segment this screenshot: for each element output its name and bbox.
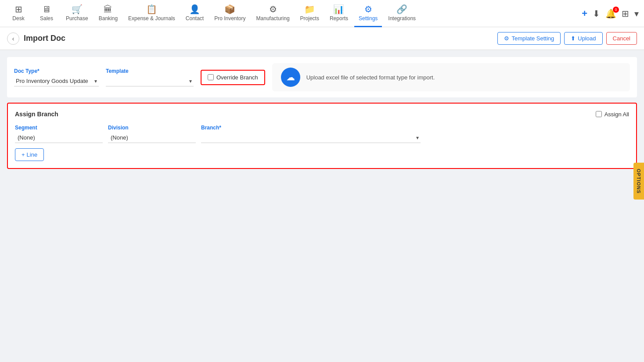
branch-select-wrapper: ▾: [201, 133, 421, 143]
segment-value[interactable]: (None): [15, 133, 103, 143]
branch-label: Branch*: [201, 125, 421, 131]
nav-label-contact: Contact: [186, 15, 204, 22]
nav-label-desk: Desk: [12, 15, 24, 22]
nav-label-reports: Reports: [330, 15, 348, 22]
nav-label-banking: Banking: [99, 15, 118, 22]
template-select-wrapper: ▾: [106, 76, 194, 86]
nav-item-desk[interactable]: ⊞ Desk: [5, 0, 32, 27]
branch-field: Branch* ▾: [201, 125, 421, 143]
template-group: Template ▾: [106, 68, 194, 86]
nav-item-contact[interactable]: 👤 Contact: [181, 0, 208, 27]
dropdown-arrow-icon[interactable]: ▾: [634, 8, 639, 19]
add-line-label: Line: [27, 151, 38, 158]
division-field: Division (None): [108, 125, 196, 143]
integrations-icon: 🔗: [396, 4, 407, 14]
add-icon[interactable]: +: [582, 8, 587, 19]
template-select[interactable]: [106, 76, 194, 86]
contact-icon: 👤: [189, 4, 200, 14]
desk-icon: ⊞: [15, 4, 22, 14]
nav-label-manufacturing: Manufacturing: [256, 15, 290, 22]
nav-item-integrations[interactable]: 🔗 Integrations: [384, 0, 420, 27]
nav-item-settings[interactable]: ⚙ Settings: [354, 0, 382, 27]
nav-item-purchase[interactable]: 🛒 Purchase: [61, 0, 93, 27]
purchase-icon: 🛒: [72, 4, 83, 14]
override-branch-checkbox[interactable]: [208, 74, 214, 80]
upload-circle-icon[interactable]: ☁: [281, 68, 300, 87]
upload-icon: ⬆: [571, 35, 576, 42]
nav-label-sales: Sales: [40, 15, 53, 22]
nav-item-expense-journals[interactable]: 📋 Expense & Journals: [124, 0, 180, 27]
assign-section-header: Assign Branch Assign All: [15, 111, 629, 118]
branch-select[interactable]: [201, 133, 421, 143]
assign-all-checkbox[interactable]: [596, 111, 602, 117]
back-button[interactable]: ‹: [7, 32, 19, 45]
doc-type-label: Doc Type*: [14, 68, 99, 74]
nav-label-pro-inventory: Pro Inventory: [214, 15, 245, 22]
pro-inventory-icon: 📦: [224, 4, 235, 14]
segment-label: Segment: [15, 125, 103, 131]
nav-item-sales[interactable]: 🖥 Sales: [33, 0, 60, 27]
doc-type-group: Doc Type* Pro Inventory Goods Update ▾: [14, 68, 99, 86]
override-branch-box[interactable]: Override Branch: [201, 70, 265, 85]
division-label: Division: [108, 125, 196, 131]
options-tab[interactable]: OPTIONS: [633, 162, 644, 176]
page-header-right: ⚙ Template Setting ⬆ Upload Cancel: [497, 32, 637, 45]
grid-icon[interactable]: ⊞: [622, 8, 629, 19]
assign-branch-title: Assign Branch: [15, 111, 58, 118]
upload-button[interactable]: ⬆ Upload: [564, 32, 602, 45]
projects-icon: 📁: [304, 4, 315, 14]
nav-item-manufacturing[interactable]: ⚙ Manufacturing: [252, 0, 294, 27]
doc-type-select-wrapper: Pro Inventory Goods Update ▾: [14, 76, 99, 86]
nav-label-projects: Projects: [300, 15, 319, 22]
notification-badge: 0: [613, 7, 619, 13]
template-setting-button[interactable]: ⚙ Template Setting: [497, 32, 561, 45]
add-line-button[interactable]: + Line: [15, 148, 44, 161]
banking-icon: 🏛: [104, 4, 112, 14]
assign-all-wrapper[interactable]: Assign All: [596, 111, 629, 118]
doc-type-select[interactable]: Pro Inventory Goods Update: [14, 76, 99, 86]
fields-row: Segment (None) Division (None) Branch* ▾: [15, 125, 629, 143]
nav-items: ⊞ Desk 🖥 Sales 🛒 Purchase 🏛 Banking 📋 Ex…: [5, 0, 582, 27]
nav-label-expense-journals: Expense & Journals: [128, 15, 175, 22]
expense-journals-icon: 📋: [146, 4, 157, 14]
nav-label-settings: Settings: [359, 15, 378, 22]
upload-area: ☁ Upload excel file of selected format t…: [272, 63, 630, 91]
nav-label-purchase: Purchase: [66, 15, 88, 22]
nav-right-actions: + ⬇ 🔔 0 ⊞ ▾: [582, 8, 639, 19]
main-content: Doc Type* Pro Inventory Goods Update ▾ T…: [0, 50, 644, 176]
nav-label-integrations: Integrations: [388, 15, 416, 22]
division-value[interactable]: (None): [108, 133, 196, 143]
nav-item-banking[interactable]: 🏛 Banking: [94, 0, 122, 27]
upload-prompt-text: Upload excel file of selected format typ…: [306, 74, 435, 81]
nav-item-pro-inventory[interactable]: 📦 Pro Inventory: [210, 0, 250, 27]
gear-icon: ⚙: [504, 35, 509, 42]
nav-item-reports[interactable]: 📊 Reports: [325, 0, 353, 27]
settings-icon: ⚙: [364, 4, 372, 14]
plus-icon: +: [22, 151, 25, 158]
sales-icon: 🖥: [42, 4, 51, 14]
reports-icon: 📊: [333, 4, 344, 14]
top-navigation: ⊞ Desk 🖥 Sales 🛒 Purchase 🏛 Banking 📋 Ex…: [0, 0, 644, 27]
cancel-button[interactable]: Cancel: [606, 32, 637, 45]
assign-branch-section: Assign Branch Assign All Segment (None) …: [7, 103, 637, 169]
page-title: Import Doc: [24, 34, 65, 43]
template-label: Template: [106, 68, 194, 74]
assign-all-label[interactable]: Assign All: [604, 111, 629, 118]
notification-icon[interactable]: 🔔 0: [605, 8, 616, 19]
manufacturing-icon: ⚙: [269, 4, 277, 14]
page-header: ‹ Import Doc ⚙ Template Setting ⬆ Upload…: [0, 27, 644, 50]
import-icon[interactable]: ⬇: [593, 8, 600, 19]
override-branch-label[interactable]: Override Branch: [216, 74, 258, 81]
nav-item-projects[interactable]: 📁 Projects: [296, 0, 324, 27]
segment-field: Segment (None): [15, 125, 103, 143]
form-row: Doc Type* Pro Inventory Goods Update ▾ T…: [7, 57, 637, 97]
page-header-left: ‹ Import Doc: [7, 32, 497, 45]
